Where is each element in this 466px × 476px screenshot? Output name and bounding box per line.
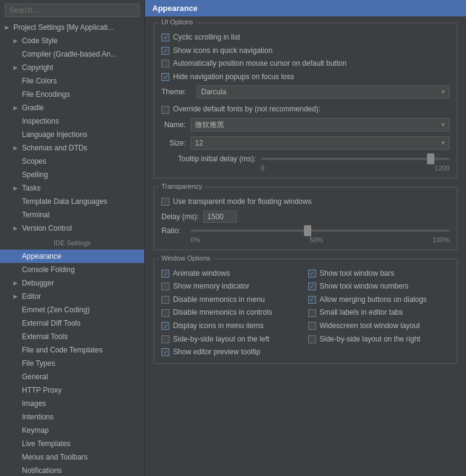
item-label: Live Templates	[22, 438, 71, 449]
memory-indicator-checkbox[interactable]	[161, 282, 169, 290]
delay-ms-input[interactable]	[203, 211, 237, 223]
animate-windows-checkbox[interactable]	[161, 270, 169, 278]
widescreen-label: Widescreen tool window layout	[320, 321, 420, 331]
side-by-side-left-checkbox[interactable]	[161, 335, 169, 343]
show-tool-bars-checkbox[interactable]	[308, 270, 316, 278]
tooltip-max-label: 1200	[435, 164, 450, 172]
sidebar-item-emmet[interactable]: Emmet (Zen Coding)	[0, 303, 144, 317]
cyclic-scrolling-checkbox[interactable]	[161, 33, 169, 41]
disable-mnemonics-menu-checkbox[interactable]	[161, 296, 169, 304]
arrow-icon: ▶	[13, 142, 22, 153]
sidebar-item-compiler[interactable]: Compiler (Gradle-based An...	[0, 47, 144, 61]
sidebar-item-tasks[interactable]: ▶ Tasks	[0, 181, 144, 195]
item-label: External Diff Tools	[22, 318, 80, 329]
item-label: Schemas and DTDs	[22, 142, 87, 153]
auto-mouse-label: Automatically position mouse cursor on d…	[173, 59, 347, 69]
option-transparent-mode: Use transparent mode for floating window…	[161, 197, 450, 207]
arrow-icon: ▶	[13, 291, 22, 302]
font-size-label: Size:	[161, 139, 186, 147]
item-label: File Types	[22, 358, 55, 369]
sidebar-item-live-templates[interactable]: Live Templates	[0, 437, 144, 450]
auto-mouse-checkbox[interactable]	[161, 60, 169, 68]
theme-label: Theme:	[161, 88, 192, 96]
ide-header-label: IDE Settings	[54, 237, 91, 248]
item-label: Debugger	[22, 278, 54, 289]
sidebar-item-inspections[interactable]: Inspections	[0, 114, 144, 128]
item-label: Code Style	[22, 35, 58, 46]
sidebar-item-appearance[interactable]: Appearance	[0, 250, 144, 263]
ratio-slider[interactable]	[191, 229, 450, 232]
option-show-editor-preview: Show editor preview tooltip	[161, 348, 303, 357]
sidebar-item-scopes[interactable]: Scopes	[0, 155, 144, 168]
sidebar-item-debugger[interactable]: ▶ Debugger	[0, 276, 144, 290]
sidebar-item-console-folding[interactable]: Console Folding	[0, 263, 144, 276]
item-label: Template Data Languages	[22, 196, 107, 207]
window-options-grid: Animate windows Show memory indicator Di…	[161, 269, 450, 357]
tooltip-min-label: 0	[261, 164, 264, 172]
show-icons-checkbox[interactable]	[161, 47, 169, 55]
search-bar	[0, 0, 144, 21]
display-icons-menu-label: Display icons in menu items	[173, 321, 264, 331]
disable-mnemonics-controls-label: Disable mnemonics in controls	[173, 308, 272, 318]
display-icons-menu-checkbox[interactable]	[161, 322, 169, 330]
window-options-title: Window Options	[159, 254, 213, 262]
item-label: Editor	[22, 291, 41, 302]
font-size-row: Size: 12 14 16 ▼	[161, 136, 450, 150]
hide-nav-checkbox[interactable]	[161, 73, 169, 81]
transparent-mode-label: Use transparent mode for floating window…	[173, 197, 311, 207]
allow-merging-checkbox[interactable]	[308, 296, 316, 304]
sidebar-item-menus-toolbars[interactable]: Menus and Toolbars	[0, 450, 144, 464]
item-label: Terminal	[22, 209, 49, 220]
font-name-select[interactable]: 微软雅黑	[191, 118, 450, 131]
disable-mnemonics-menu-label: Disable mnemonics in menu	[173, 295, 265, 305]
item-label: File Encodings	[22, 89, 70, 100]
arrow-icon: ▶	[13, 278, 22, 289]
item-label: Version Control	[22, 223, 72, 234]
show-tool-bars-label: Show tool window bars	[320, 269, 395, 279]
theme-select[interactable]: Darcula IntelliJ Windows	[197, 85, 450, 99]
sidebar-item-editor[interactable]: ▶ Editor	[0, 290, 144, 303]
search-input[interactable]	[5, 4, 139, 17]
font-size-select[interactable]: 12 14 16	[191, 136, 450, 150]
sidebar-item-file-encodings[interactable]: File Encodings	[0, 88, 144, 101]
side-by-side-right-checkbox[interactable]	[308, 335, 316, 343]
sidebar-item-http-proxy[interactable]: HTTP Proxy	[0, 383, 144, 397]
sidebar-item-language-injections[interactable]: Language Injections	[0, 128, 144, 141]
disable-mnemonics-controls-checkbox[interactable]	[161, 309, 169, 317]
sidebar-item-schemas[interactable]: ▶ Schemas and DTDs	[0, 141, 144, 155]
sidebar-item-notifications[interactable]: Notifications	[0, 464, 144, 476]
sidebar-item-keymap[interactable]: Keymap	[0, 424, 144, 437]
item-label: Images	[22, 398, 46, 409]
widescreen-checkbox[interactable]	[308, 322, 316, 330]
sidebar-item-version-control[interactable]: ▶ Version Control	[0, 222, 144, 235]
small-labels-checkbox[interactable]	[308, 309, 316, 317]
override-fonts-checkbox[interactable]	[161, 106, 169, 114]
font-name-select-wrapper: 微软雅黑 ▼	[191, 118, 450, 131]
sidebar-item-file-colors[interactable]: File Colors	[0, 74, 144, 88]
sidebar-item-gradle[interactable]: ▶ Gradle	[0, 101, 144, 114]
sidebar-item-external-tools[interactable]: External Tools	[0, 330, 144, 343]
option-hide-nav: Hide navigation popups on focus loss	[161, 72, 450, 82]
item-label: External Tools	[22, 331, 68, 342]
transparent-mode-checkbox[interactable]	[161, 198, 169, 206]
sidebar-item-general[interactable]: General	[0, 370, 144, 383]
sidebar-item-code-style[interactable]: ▶ Code Style	[0, 34, 144, 47]
option-show-tool-bars: Show tool window bars	[308, 269, 450, 279]
show-tool-numbers-checkbox[interactable]	[308, 282, 316, 290]
tooltip-delay-slider[interactable]	[261, 158, 450, 160]
theme-select-wrapper: Darcula IntelliJ Windows ▼	[197, 85, 450, 99]
sidebar-item-spelling[interactable]: Spelling	[0, 168, 144, 181]
sidebar-item-file-types[interactable]: File Types	[0, 357, 144, 370]
sidebar-item-copyright[interactable]: ▶ Copyright	[0, 61, 144, 74]
item-label: Compiler (Gradle-based An...	[22, 49, 116, 60]
sidebar-item-external-diff[interactable]: External Diff Tools	[0, 317, 144, 330]
sidebar-item-terminal[interactable]: Terminal	[0, 208, 144, 222]
sidebar-item-images[interactable]: Images	[0, 397, 144, 410]
theme-row: Theme: Darcula IntelliJ Windows ▼	[161, 85, 450, 99]
override-fonts-label: Override default fonts by (not recommend…	[173, 105, 320, 114]
sidebar-item-file-code-templates[interactable]: File and Code Templates	[0, 343, 144, 357]
show-editor-preview-checkbox[interactable]	[161, 348, 169, 356]
sidebar-item-intentions[interactable]: Intentions	[0, 410, 144, 424]
sidebar-item-template-data[interactable]: Template Data Languages	[0, 195, 144, 208]
transparency-title: Transparency	[159, 183, 205, 190]
